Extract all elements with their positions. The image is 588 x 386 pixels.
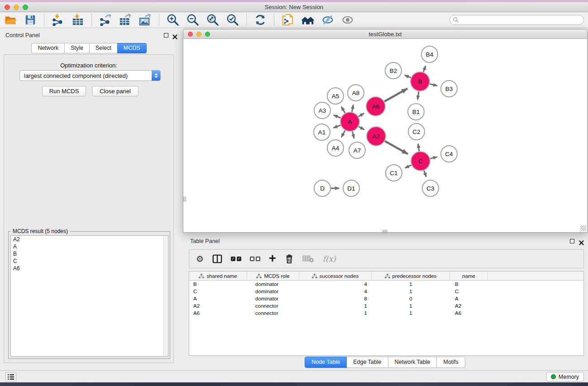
graph-edge-A6-B[interactable] — [384, 89, 407, 102]
graph-node-A3[interactable]: A3 — [314, 102, 330, 119]
column-header-mcds-role[interactable]: MCDS role — [247, 272, 299, 281]
zoom-fit-icon[interactable] — [206, 14, 219, 26]
graph-edge-B-B4[interactable] — [423, 66, 425, 72]
graph-edge-A-A3[interactable] — [334, 115, 341, 118]
tab-style[interactable]: Style — [64, 43, 90, 53]
mcds-result-item[interactable]: A2 — [11, 236, 168, 243]
vertical-scroll-thumb[interactable] — [183, 197, 186, 201]
search-box[interactable] — [449, 15, 584, 25]
graph-node-A1[interactable]: A1 — [314, 124, 330, 140]
table-row[interactable]: A6connector11A6 — [189, 310, 583, 317]
graph-edge-B-B1[interactable] — [418, 91, 419, 100]
refresh-icon[interactable] — [254, 14, 267, 26]
graph-node-A8[interactable]: A8 — [348, 85, 364, 101]
graph-edge-A-A2[interactable] — [359, 127, 364, 130]
graph-node-B4[interactable]: B4 — [421, 46, 438, 62]
tab-node-table[interactable]: Node Table — [305, 357, 347, 368]
graph-node-A6[interactable]: A6 — [366, 97, 385, 116]
table-row[interactable]: Cdominator41C — [189, 288, 583, 295]
tab-network[interactable]: Network — [31, 43, 65, 53]
add-column-icon[interactable]: + — [269, 253, 276, 265]
network-window-titlebar[interactable]: testGlobe.txt — [183, 29, 588, 39]
open-session-icon[interactable] — [4, 14, 17, 26]
mcds-result-item[interactable]: C — [11, 257, 168, 265]
graph-edge-A2-C[interactable] — [385, 141, 408, 154]
mcds-result-list[interactable]: A2ABCA6 — [10, 235, 168, 357]
graph-node-C1[interactable]: C1 — [386, 165, 402, 181]
graph-edge-C-C1[interactable] — [405, 165, 411, 168]
graph-edge-A-A5[interactable] — [341, 107, 345, 113]
column-organize-icon[interactable] — [212, 253, 222, 265]
task-history-button[interactable] — [5, 372, 16, 381]
graph-node-B2[interactable]: B2 — [385, 62, 402, 79]
graph-node-C3[interactable]: C3 — [422, 180, 439, 196]
graph-node-C[interactable]: C — [411, 152, 430, 171]
float-panel-icon[interactable] — [164, 33, 168, 38]
graph-edge-B-B2[interactable] — [405, 75, 411, 78]
mcds-result-item[interactable]: A6 — [11, 265, 168, 272]
table-row[interactable]: A2connector11A2 — [189, 302, 583, 310]
select-all-columns-icon[interactable]: ✓✓ — [231, 253, 241, 265]
graph-edge-C-C2[interactable] — [418, 144, 419, 151]
graph-node-D1[interactable]: D1 — [343, 180, 359, 196]
graph-node-A[interactable]: A — [340, 112, 359, 131]
tab-network-table[interactable]: Network Table — [388, 357, 437, 368]
close-panel-button[interactable]: Close panel — [92, 86, 139, 96]
column-header-successor-nodes[interactable]: successor nodes — [299, 272, 372, 281]
tab-edge-table[interactable]: Edge Table — [346, 357, 388, 368]
graph-node-D[interactable]: D — [314, 180, 330, 196]
graph-edge-B-B3[interactable] — [430, 84, 437, 86]
graph-node-C2[interactable]: C2 — [408, 124, 425, 140]
graph-node-C4[interactable]: C4 — [441, 146, 457, 162]
mcds-result-item[interactable]: A — [11, 243, 168, 250]
close-table-panel-icon[interactable] — [579, 239, 584, 244]
search-input[interactable] — [459, 16, 583, 24]
table-settings-gear-icon[interactable]: ⚙ — [196, 253, 204, 265]
run-mcds-button[interactable]: Run MCDS — [42, 86, 86, 96]
graph-node-B3[interactable]: B3 — [441, 81, 457, 97]
save-session-icon[interactable] — [24, 14, 37, 26]
table-row[interactable]: Bdominator41B — [189, 281, 583, 288]
result-list-scrollbar[interactable] — [163, 236, 168, 356]
import-network-icon[interactable] — [52, 14, 64, 26]
zoom-in-icon[interactable] — [167, 14, 179, 26]
delete-table-icon[interactable] — [302, 253, 314, 265]
graph-edge-A-A7[interactable] — [352, 131, 354, 138]
zoom-selected-icon[interactable] — [226, 14, 239, 26]
graph-edge-A-A4[interactable] — [341, 130, 345, 137]
memory-button[interactable]: Memory — [546, 372, 584, 381]
column-header-predecessor-nodes[interactable]: predecessor nodes — [372, 272, 450, 281]
column-header-name[interactable]: name — [450, 272, 488, 281]
graph-node-B1[interactable]: B1 — [408, 104, 424, 120]
float-table-panel-icon[interactable] — [570, 239, 574, 243]
mcds-result-item[interactable]: B — [11, 250, 168, 257]
table-row[interactable]: Adominator80A — [189, 295, 583, 302]
graph-node-A2[interactable]: A2 — [367, 127, 386, 146]
import-table-icon[interactable] — [72, 14, 84, 26]
export-network-icon[interactable] — [99, 14, 112, 26]
deselect-all-columns-icon[interactable] — [250, 253, 260, 265]
network-graph[interactable]: AA1A2A3A4A5A6A7A8BB1B2B3B4CC1C2C3C4DD1 — [183, 39, 587, 232]
show-graphics-details-icon[interactable] — [341, 14, 354, 26]
close-panel-icon[interactable] — [172, 33, 177, 38]
graph-node-A5[interactable]: A5 — [327, 88, 344, 104]
tab-select[interactable]: Select — [89, 43, 118, 53]
graph-node-B[interactable]: B — [411, 72, 430, 91]
criterion-dropdown[interactable]: largest connected component (directed) — [19, 70, 161, 81]
export-image-icon[interactable] — [139, 14, 152, 26]
graph-edge-A-A6[interactable] — [359, 113, 364, 116]
graph-node-A4[interactable]: A4 — [327, 140, 344, 156]
column-header-shared-name[interactable]: shared name — [189, 272, 247, 281]
zoom-out-icon[interactable] — [186, 14, 199, 26]
export-table-icon[interactable] — [119, 14, 132, 26]
graph-edge-C-C3[interactable] — [424, 171, 426, 177]
function-builder-icon[interactable]: f(x) — [323, 253, 336, 265]
network-from-selection-icon[interactable] — [282, 14, 294, 26]
graph-node-A7[interactable]: A7 — [349, 142, 365, 158]
delete-column-trash-icon[interactable] — [285, 253, 294, 265]
network-canvas[interactable]: AA1A2A3A4A5A6A7A8BB1B2B3B4CC1C2C3C4DD1 — [183, 39, 588, 233]
graph-edge-C-C4[interactable] — [430, 157, 437, 159]
tab-mcds[interactable]: MCDS — [117, 43, 147, 53]
tab-motifs[interactable]: Motifs — [436, 357, 465, 368]
resize-grip-icon[interactable] — [580, 225, 586, 231]
